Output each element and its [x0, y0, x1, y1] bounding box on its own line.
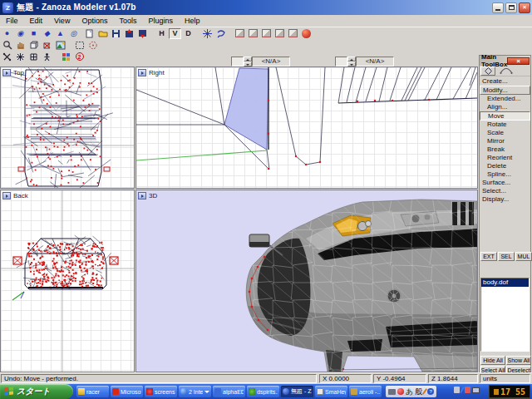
viewport-back-menu-button[interactable] — [2, 192, 11, 200]
toggle-display-button[interactable]: D — [182, 28, 195, 39]
task-aeroli[interactable]: aeroli -... — [349, 386, 382, 397]
toolbox-item-spline[interactable]: Spline... — [480, 170, 530, 179]
import-file-icon[interactable] — [123, 28, 135, 39]
mode-faces-icon[interactable] — [27, 52, 40, 62]
snap-toggle-icon[interactable] — [201, 28, 214, 39]
export-file-icon[interactable] — [136, 28, 149, 39]
object-list-item[interactable]: body.dof — [481, 278, 529, 287]
viewport-3d-menu-button[interactable] — [138, 192, 146, 200]
task-internet-group[interactable]: 2 Intern... — [179, 386, 211, 397]
task-screens[interactable]: screens... — [145, 386, 177, 397]
menu-item-view[interactable]: View — [48, 16, 76, 26]
spinner-2-arrows[interactable] — [347, 57, 356, 66]
create-cone-icon[interactable]: ▲ — [54, 28, 66, 39]
viewport-top[interactable]: Top — [0, 66, 135, 189]
ext-mode-button[interactable]: EXT — [480, 252, 497, 261]
viewport-top-menu-button[interactable] — [2, 69, 11, 76]
create-torus-icon[interactable]: ◎ — [67, 28, 80, 39]
viewport-config-5-icon[interactable] — [287, 28, 299, 39]
toolbox-item-align[interactable]: Align... — [480, 103, 530, 111]
viewport-3d-canvas[interactable] — [136, 190, 477, 372]
object-tool-icon[interactable] — [27, 40, 40, 51]
toolbox-item-reorient[interactable]: Reorient — [480, 154, 530, 162]
toolbox-item-move[interactable]: Move — [480, 111, 530, 121]
create-ball-icon[interactable]: ◉ — [14, 28, 27, 39]
viewport-right[interactable]: Right — [135, 66, 478, 189]
layer-2-icon[interactable]: 2 — [73, 52, 86, 62]
toggle-visible-button[interactable]: V — [169, 28, 181, 39]
create-drop-icon[interactable]: ◆ — [41, 28, 53, 39]
viewport-top-canvas[interactable] — [1, 67, 134, 188]
spinner-1-edit[interactable] — [231, 57, 244, 66]
toolbox-item-display[interactable]: Display... — [480, 195, 530, 204]
help-icon[interactable]: ? — [427, 388, 434, 395]
toolbox-item-extended[interactable]: Extended... — [480, 95, 530, 103]
menu-item-edit[interactable]: Edit — [24, 16, 49, 26]
menu-item-file[interactable]: File — [0, 16, 24, 26]
toolbox-tab-modify-icon[interactable] — [496, 66, 516, 76]
close-button[interactable]: × — [519, 2, 530, 13]
mode-objects-icon[interactable] — [41, 52, 53, 62]
toolbox-item-delete[interactable]: Delete — [480, 162, 530, 170]
lasso-select-icon[interactable] — [214, 28, 227, 39]
tray-clock[interactable]: 17 55 — [489, 385, 530, 398]
spinner-1-arrows[interactable] — [244, 57, 252, 66]
ime-mode-a[interactable]: あ — [406, 387, 413, 397]
viewport-3d[interactable]: 3D — [135, 190, 478, 372]
menu-item-help[interactable]: Help — [179, 16, 206, 26]
tray-monitor-icon[interactable] — [472, 387, 480, 393]
viewport-config-4-icon[interactable] — [273, 28, 286, 39]
misc-tool-icon[interactable] — [60, 52, 72, 62]
menu-item-tools[interactable]: Tools — [113, 16, 142, 26]
ime-ball-icon[interactable] — [397, 388, 404, 395]
toolbox-item-create[interactable]: Create... — [480, 77, 530, 86]
rect-select-icon[interactable] — [73, 40, 86, 51]
new-file-icon[interactable] — [83, 28, 96, 39]
mode-vertices-icon[interactable] — [1, 52, 13, 62]
language-bar[interactable]: あ 般 ? — [386, 386, 436, 397]
zoom-tool-icon[interactable] — [1, 40, 13, 51]
viewport-config-2-icon[interactable] — [247, 28, 259, 39]
sel-mode-button[interactable]: SEL — [498, 252, 515, 261]
toolbox-item-surface[interactable]: Surface... — [480, 179, 530, 187]
spinner-2-edit[interactable] — [335, 57, 347, 66]
task-zmodeler-active[interactable]: 無題 - Z... — [281, 386, 313, 397]
ime-mode-general[interactable]: 般 — [415, 387, 422, 397]
viewport-right-menu-button[interactable] — [138, 69, 146, 76]
create-box-icon[interactable]: ■ — [27, 28, 40, 39]
menu-item-options[interactable]: Options — [76, 16, 113, 26]
toolbox-close-button[interactable]: × — [507, 57, 530, 65]
pan-tool-icon[interactable] — [14, 40, 27, 51]
toolbox-item-modify[interactable]: Modify... — [480, 86, 530, 95]
toolbox-item-scale[interactable]: Scale — [480, 129, 530, 137]
toggle-hidden-button[interactable]: H — [155, 28, 168, 39]
restore-button[interactable] — [505, 2, 517, 13]
task-alphaedi[interactable]: alphaEDI... — [213, 386, 245, 397]
mul-mode-button[interactable]: MUL — [515, 252, 532, 261]
circle-select-icon[interactable] — [86, 40, 99, 51]
task-dspirits[interactable]: dspirits... — [247, 386, 279, 397]
viewport-back-canvas[interactable] — [1, 190, 134, 372]
toolbox-item-select[interactable]: Select... — [480, 187, 530, 195]
menu-item-plugins[interactable]: Plugins — [142, 16, 179, 26]
toolbox-item-rotate[interactable]: Rotate — [480, 121, 530, 129]
viewport-config-3-icon[interactable] — [260, 28, 273, 39]
toolbox-titlebar[interactable]: Main ToolBox × — [480, 56, 530, 66]
open-file-icon[interactable] — [96, 28, 109, 39]
start-button[interactable]: スタート — [0, 384, 73, 399]
save-file-icon[interactable] — [110, 28, 122, 39]
object-list[interactable]: body.dof — [480, 278, 530, 352]
viewport-right-canvas[interactable] — [136, 67, 477, 188]
tray-pen-icon[interactable] — [460, 387, 465, 393]
task-microsoft[interactable]: Microsof... — [111, 386, 143, 397]
toolbox-tab-create-icon[interactable] — [480, 66, 495, 76]
minimize-button[interactable] — [492, 2, 504, 13]
viewport-back[interactable]: Back — [0, 190, 135, 372]
toolbox-item-mirror[interactable]: Mirror — [480, 137, 530, 145]
hide-all-button[interactable]: Hide All — [480, 356, 505, 365]
material-sphere-icon[interactable] — [300, 28, 313, 39]
keyboard-icon[interactable] — [388, 389, 396, 395]
show-all-button[interactable]: Show All — [506, 356, 531, 365]
create-sphere-icon[interactable]: ● — [1, 28, 13, 39]
task-smahey[interactable]: SmaHey — [315, 386, 347, 397]
